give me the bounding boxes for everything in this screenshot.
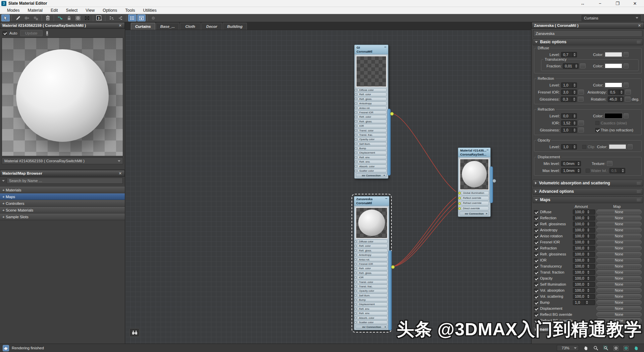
- slot-diffuse-color[interactable]: Diffuse color: [357, 88, 387, 92]
- maps-enable-checkbox[interactable]: [534, 277, 538, 280]
- thin-refraction-checkbox[interactable]: [595, 128, 599, 132]
- browser-item-scenematerials[interactable]: + Scene Materials: [0, 207, 125, 214]
- slot-bump[interactable]: Bump: [357, 146, 387, 150]
- slot-anisotropy[interactable]: Anisotropy: [357, 102, 387, 105]
- maps-amount-spinner[interactable]: 100,0: [573, 276, 595, 281]
- expand-icon[interactable]: +: [486, 212, 487, 216]
- pick-material-button[interactable]: [13, 14, 22, 21]
- move-children-button[interactable]: [56, 14, 64, 21]
- close-window-button[interactable]: ✕: [632, 1, 638, 6]
- select-tool-button[interactable]: [1, 14, 10, 21]
- refraction-glossiness-map-button[interactable]: [578, 127, 584, 132]
- slot-refr--color[interactable]: Refr. color: [357, 267, 388, 270]
- pan-tool-button[interactable]: [582, 345, 589, 351]
- browser-item-sampleslots[interactable]: + Sample Slots: [0, 214, 125, 220]
- resize-window-button[interactable]: ↔: [580, 1, 586, 6]
- tab-curtains[interactable]: Curtains: [131, 23, 155, 30]
- diffuse-color-swatch[interactable]: [605, 52, 622, 57]
- refraction-color-swatch[interactable]: [605, 113, 622, 118]
- input-socket[interactable]: [355, 147, 357, 150]
- displacement-min-spinner[interactable]: 0,0mm: [561, 161, 581, 166]
- input-socket[interactable]: [355, 116, 357, 118]
- maps-amount-spinner[interactable]: 100,0: [573, 246, 595, 251]
- slot-refl--color[interactable]: Refl. color: [357, 93, 387, 96]
- rotation-spinner[interactable]: 45,0: [608, 97, 624, 102]
- input-socket[interactable]: [458, 197, 461, 199]
- rotation-map-button[interactable]: [625, 97, 631, 102]
- opacity-color-swatch[interactable]: [609, 144, 626, 149]
- slot-scatter-color[interactable]: Scatter color: [357, 320, 388, 324]
- input-socket[interactable]: [355, 129, 357, 132]
- maps-amount-spinner[interactable]: 100,0: [573, 240, 595, 245]
- slot-ior[interactable]: IOR: [357, 276, 388, 279]
- output-socket[interactable]: [390, 112, 394, 116]
- input-socket[interactable]: [354, 267, 357, 270]
- maps-amount-spinner[interactable]: 100,0: [573, 270, 595, 275]
- tab-decor[interactable]: Decor: [201, 23, 222, 30]
- minimize-window-button[interactable]: −: [597, 1, 603, 6]
- maps-slot-button[interactable]: None: [596, 300, 642, 305]
- input-socket[interactable]: [354, 258, 357, 261]
- diffuse-color-map-button[interactable]: [624, 52, 629, 57]
- slot-global-illumination[interactable]: Global illumination: [461, 191, 489, 195]
- reflection-color-map-button[interactable]: [624, 82, 629, 87]
- maps-slot-button[interactable]: None: [596, 264, 642, 269]
- slot-bump[interactable]: Bump: [357, 298, 388, 302]
- input-socket[interactable]: [354, 285, 357, 288]
- output-socket[interactable]: [492, 179, 496, 183]
- zoom-extents-selected-button[interactable]: [623, 345, 629, 351]
- input-socket[interactable]: [354, 276, 357, 279]
- refraction-ior-map-button[interactable]: [578, 120, 584, 125]
- input-socket[interactable]: [355, 89, 357, 92]
- input-socket[interactable]: [458, 192, 461, 194]
- slot-displacement[interactable]: Displacement: [357, 302, 388, 306]
- input-socket[interactable]: [354, 312, 357, 315]
- navigator-toggle-button[interactable]: [129, 328, 140, 337]
- maps-enable-checkbox[interactable]: [534, 240, 538, 244]
- input-socket[interactable]: [355, 125, 357, 127]
- maps-enable-checkbox[interactable]: [534, 234, 538, 238]
- maps-amount-spinner[interactable]: 100,0: [573, 294, 595, 299]
- maps-enable-checkbox[interactable]: [534, 252, 538, 256]
- maps-amount-spinner[interactable]: 100,0: [573, 216, 595, 221]
- maximize-window-button[interactable]: ❐: [614, 1, 621, 6]
- input-socket[interactable]: [355, 152, 357, 154]
- slot-refr--gloss-[interactable]: Refr. gloss.: [357, 271, 388, 275]
- put-material-to-scene-button[interactable]: [22, 14, 31, 21]
- maps-amount-spinner[interactable]: 100,0: [573, 234, 595, 239]
- zoom-level-combo[interactable]: 73%: [557, 345, 579, 351]
- input-socket[interactable]: [354, 272, 357, 274]
- show-background-button[interactable]: [74, 14, 82, 21]
- reflection-level-spinner[interactable]: 1,0: [561, 82, 577, 88]
- maps-slot-button[interactable]: None: [596, 252, 642, 256]
- maps-enable-checkbox[interactable]: [534, 258, 538, 262]
- expand-icon[interactable]: +: [384, 325, 386, 329]
- maps-amount-spinner[interactable]: 100,0: [573, 258, 595, 263]
- tab-building[interactable]: Building: [223, 23, 247, 30]
- slot-transl--frac-[interactable]: Transl. frac.: [357, 285, 388, 288]
- zoom-tool-button[interactable]: [592, 345, 599, 351]
- rollout-basic-options[interactable]: Basic options: [533, 39, 643, 45]
- tab-cloth[interactable]: Cloth: [180, 23, 201, 30]
- maps-enable-checkbox[interactable]: [534, 313, 538, 316]
- slot-refr--env-[interactable]: Refr. env.: [357, 160, 387, 164]
- slot-absorb--color[interactable]: Absorb. color: [357, 165, 387, 168]
- slot-opacity-color[interactable]: Opacity color: [357, 289, 388, 293]
- maps-enable-checkbox[interactable]: [534, 295, 538, 298]
- node-header[interactable]: ZanaveskaCoronaMtl−: [354, 196, 389, 206]
- slot-opacity-color[interactable]: Opacity color: [357, 137, 387, 141]
- maps-amount-spinner[interactable]: 100,0: [573, 222, 595, 227]
- maps-slot-button[interactable]: None: [596, 294, 642, 299]
- water-level-spinner[interactable]: 0,5: [609, 168, 625, 173]
- show-backlight-button[interactable]: [83, 14, 91, 21]
- maps-enable-checkbox[interactable]: [534, 301, 538, 304]
- input-socket[interactable]: [354, 321, 357, 324]
- maps-slot-button[interactable]: None: [596, 216, 642, 220]
- hide-unused-nodeslots-button[interactable]: [65, 14, 73, 21]
- menu-select[interactable]: Select: [62, 7, 82, 13]
- input-socket[interactable]: [354, 281, 357, 283]
- slot-transl--frac-[interactable]: Transl. frac.: [357, 133, 387, 137]
- slot-refract-override[interactable]: Refract override: [461, 201, 489, 206]
- zoom-extents-button[interactable]: [612, 345, 619, 351]
- input-socket[interactable]: [354, 263, 357, 266]
